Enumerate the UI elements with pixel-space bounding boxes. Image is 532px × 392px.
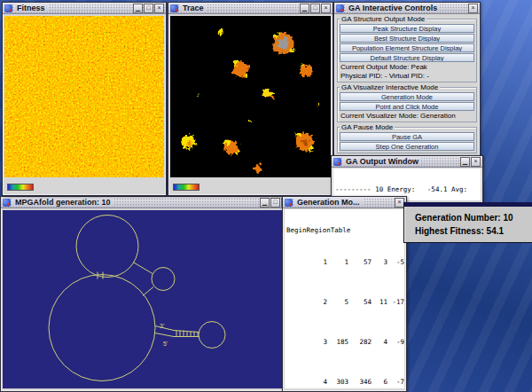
cell: -9.1 bbox=[387, 338, 404, 346]
cell: 303 bbox=[327, 378, 348, 386]
window-title: MPGAfold generation: 10 bbox=[12, 198, 113, 207]
color-scale-bar bbox=[7, 184, 34, 191]
cell: 3 bbox=[318, 338, 327, 346]
region-table-begin: BeginRegionTable bbox=[286, 226, 403, 234]
desktop: MPGAfold generation: 10 ▁ □ × bbox=[0, 0, 532, 392]
current-output-mode-text: Current Output Mode: Peak bbox=[340, 63, 474, 71]
generation-table-window: Generation Mo... × BeginRegionTable 1157… bbox=[282, 196, 407, 392]
java-icon bbox=[3, 199, 11, 207]
table-row: 11573-5.5 bbox=[286, 250, 403, 274]
java-icon bbox=[333, 158, 341, 166]
ga-controls-window: GA Interactive Controls × GA Structure O… bbox=[333, 2, 481, 160]
maximize-icon[interactable]: □ bbox=[310, 4, 320, 13]
cell: 1 bbox=[327, 258, 348, 266]
minimize-icon[interactable]: ▁ bbox=[133, 4, 143, 13]
maximize-icon[interactable]: □ bbox=[144, 4, 153, 13]
cell: -7.8 bbox=[387, 378, 404, 386]
close-icon[interactable]: × bbox=[321, 4, 331, 13]
window-title: GA Interactive Controls bbox=[346, 4, 440, 12]
close-icon[interactable]: × bbox=[468, 4, 478, 13]
visualizer-mode-section: GA Visualizer Interactive Mode Generatio… bbox=[337, 87, 477, 122]
fitness-titlebar[interactable]: Fitness ▁ □ × bbox=[3, 3, 166, 14]
mpgafold-window: MPGAfold generation: 10 ▁ □ × bbox=[0, 196, 293, 392]
ga-controls-body: GA Structure Output Mode Peak Structure … bbox=[334, 14, 480, 153]
cell: 11 bbox=[372, 298, 387, 306]
java-icon bbox=[285, 199, 293, 207]
table-row: 43033466-7.8 bbox=[286, 370, 403, 388]
point-and-click-mode-button[interactable]: Point and Click Mode bbox=[340, 102, 474, 111]
cell: 6 bbox=[372, 378, 387, 386]
maximize-icon[interactable]: □ bbox=[270, 198, 280, 208]
table-row: 31852824-9.1 bbox=[286, 330, 403, 354]
pause-ga-button[interactable]: Pause GA bbox=[340, 132, 474, 141]
mpgafold-titlebar[interactable]: MPGAfold generation: 10 ▁ □ × bbox=[1, 197, 293, 208]
cell: 54 bbox=[348, 298, 372, 306]
cell: 4 bbox=[372, 338, 387, 346]
section-label: GA Pause Mode bbox=[340, 123, 395, 131]
window-controls: ▁ × bbox=[460, 157, 481, 167]
java-icon bbox=[4, 4, 12, 12]
window-title: Fitness bbox=[14, 4, 48, 12]
trace-window: Trace ▁ □ × bbox=[168, 2, 333, 196]
step-one-generation-button[interactable]: Step One Generation bbox=[340, 142, 474, 151]
window-title: Trace bbox=[180, 4, 207, 12]
fitness-window: Fitness ▁ □ × bbox=[2, 2, 167, 196]
trace-titlebar[interactable]: Trace ▁ □ × bbox=[168, 3, 332, 14]
pause-mode-section: GA Pause Mode Pause GA Step One Generati… bbox=[337, 127, 477, 153]
log-line: --------- 10 Energy: -54.1 Avg: ---- bbox=[335, 185, 479, 193]
cell: 5 bbox=[327, 298, 348, 306]
rna-structure-canvas[interactable]: 3' 5' bbox=[3, 210, 291, 388]
default-structure-display-button[interactable]: Default Structure Display bbox=[340, 53, 474, 62]
color-scale-bar bbox=[173, 184, 200, 191]
minimize-icon[interactable]: ▁ bbox=[300, 4, 309, 13]
best-structure-display-button[interactable]: Best Structure Display bbox=[340, 34, 474, 43]
java-icon bbox=[336, 4, 344, 12]
population-element-structure-display-button[interactable]: Population Element Structure Display bbox=[340, 43, 474, 52]
window-controls: × bbox=[468, 4, 478, 13]
window-controls: ▁ □ × bbox=[133, 4, 164, 13]
close-icon[interactable]: × bbox=[154, 4, 164, 13]
table-row: 255411-17.7 bbox=[286, 290, 403, 314]
pid-status-text: Physical PID: - Virtual PID: - bbox=[340, 72, 474, 80]
peak-structure-display-button[interactable]: Peak Structure Display bbox=[340, 24, 474, 33]
generation-status-panel: Generation Number: 10 Highest Fitness: 5… bbox=[403, 202, 532, 243]
generation-number-value: 10 bbox=[503, 213, 512, 223]
generation-table-titlebar[interactable]: Generation Mo... × bbox=[283, 197, 406, 208]
highest-fitness-value: 54.1 bbox=[487, 226, 504, 236]
cell: 57 bbox=[348, 258, 372, 266]
highest-fitness-label: Highest Fitness: bbox=[415, 226, 484, 236]
structure-output-section: GA Structure Output Mode Peak Structure … bbox=[337, 19, 477, 82]
minimize-icon[interactable]: ▁ bbox=[260, 198, 270, 208]
current-visualizer-mode-text: Current Visualizer Mode: Generation bbox=[340, 112, 474, 120]
fitness-heatmap-canvas[interactable] bbox=[4, 16, 164, 177]
cell: 346 bbox=[348, 378, 372, 386]
ga-output-titlebar[interactable]: GA Output Window ▁ × bbox=[332, 156, 482, 168]
trace-canvas[interactable] bbox=[170, 16, 331, 177]
close-icon[interactable]: × bbox=[471, 157, 481, 167]
cell: 1 bbox=[318, 258, 327, 266]
cell: 282 bbox=[348, 338, 372, 346]
trace-blobs bbox=[170, 16, 331, 177]
section-label: GA Structure Output Mode bbox=[340, 15, 426, 23]
generation-number-label: Generation Number: bbox=[415, 213, 501, 223]
cell: 185 bbox=[327, 338, 348, 346]
region-table[interactable]: BeginRegionTable 11573-5.5 255411-17.7 3… bbox=[285, 209, 404, 388]
cell: -17.7 bbox=[387, 298, 404, 306]
rna-structure-drawing: 3' 5' bbox=[3, 210, 291, 388]
cell: -5.5 bbox=[387, 258, 404, 266]
cell: 2 bbox=[318, 298, 327, 306]
cell: 4 bbox=[318, 378, 327, 386]
window-controls: ▁ □ × bbox=[300, 4, 331, 13]
java-icon bbox=[170, 4, 178, 12]
generation-mode-button[interactable]: Generation Mode bbox=[340, 92, 474, 101]
minimize-icon[interactable]: ▁ bbox=[460, 157, 470, 167]
five-prime-label: 5' bbox=[163, 341, 168, 347]
ga-controls-titlebar[interactable]: GA Interactive Controls × bbox=[334, 3, 480, 14]
window-title: GA Output Window bbox=[343, 157, 421, 166]
window-title: Generation Mo... bbox=[294, 198, 363, 207]
section-label: GA Visualizer Interactive Mode bbox=[340, 83, 440, 91]
cell: 3 bbox=[372, 258, 387, 266]
trace-scale-strip bbox=[168, 179, 332, 195]
three-prime-label: 3' bbox=[160, 323, 164, 329]
fitness-heatmap bbox=[4, 16, 164, 177]
